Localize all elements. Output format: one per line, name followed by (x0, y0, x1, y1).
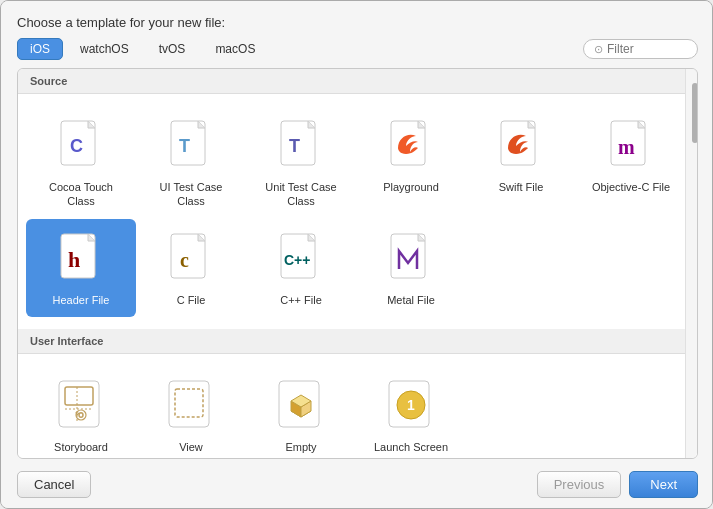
unit-test-label: Unit Test CaseClass (265, 180, 336, 209)
item-objc-file[interactable]: m Objective-C File (576, 106, 686, 219)
item-header-file[interactable]: h Header File (26, 219, 136, 317)
unit-test-icon: T (275, 116, 327, 174)
svg-text:1: 1 (407, 397, 415, 413)
item-c-file[interactable]: c C File (136, 219, 246, 317)
tab-bar: iOS watchOS tvOS macOS ⊙ (1, 38, 713, 68)
metal-file-label: Metal File (387, 293, 435, 307)
tab-watchos[interactable]: watchOS (67, 38, 142, 60)
view-label: View (179, 440, 203, 454)
c-file-icon: c (165, 229, 217, 287)
item-launch-screen[interactable]: 1 Launch Screen (356, 366, 466, 459)
ui-items-grid: Storyboard View (18, 354, 697, 459)
c-file-label: C File (177, 293, 206, 307)
item-ui-test[interactable]: T UI Test CaseClass (136, 106, 246, 219)
launch-screen-label: Launch Screen (374, 440, 448, 454)
svg-text:m: m (618, 136, 635, 158)
item-cpp-file[interactable]: C++ C++ File (246, 219, 356, 317)
tab-tvos[interactable]: tvOS (146, 38, 199, 60)
empty-icon (275, 376, 327, 434)
playground-icon (385, 116, 437, 174)
ui-section-header: User Interface (18, 329, 697, 354)
storyboard-label: Storyboard (54, 440, 108, 454)
filter-input[interactable] (607, 42, 687, 56)
item-metal-file[interactable]: Metal File (356, 219, 466, 317)
footer: Cancel Previous Next (1, 459, 713, 509)
objc-file-icon: m (605, 116, 657, 174)
empty-label: Empty (285, 440, 316, 454)
swift-file-icon (495, 116, 547, 174)
scrollbar-thumb[interactable] (692, 83, 698, 143)
source-section-header: Source (18, 69, 697, 94)
svg-text:h: h (68, 247, 80, 272)
metal-file-icon (385, 229, 437, 287)
launch-screen-icon: 1 (385, 376, 437, 434)
content-area: Source C Cocoa TouchClass (17, 68, 698, 459)
item-unit-test[interactable]: T Unit Test CaseClass (246, 106, 356, 219)
filter-icon: ⊙ (594, 43, 603, 56)
item-cocoa-touch[interactable]: C Cocoa TouchClass (26, 106, 136, 219)
filter-box[interactable]: ⊙ (583, 39, 698, 59)
svg-text:T: T (289, 136, 300, 156)
source-items-grid: C Cocoa TouchClass T UI Test CaseClass (18, 94, 697, 329)
cpp-file-label: C++ File (280, 293, 322, 307)
tab-ios[interactable]: iOS (17, 38, 63, 60)
scrollbar-track[interactable] (685, 69, 697, 458)
item-swift-file[interactable]: Swift File (466, 106, 576, 219)
item-view[interactable]: View (136, 366, 246, 459)
cancel-button[interactable]: Cancel (17, 471, 91, 498)
view-icon (165, 376, 217, 434)
item-empty[interactable]: Empty (246, 366, 356, 459)
dialog: Choose a template for your new file: iOS… (1, 1, 713, 509)
ui-test-icon: T (165, 116, 217, 174)
dialog-title: Choose a template for your new file: (1, 1, 713, 38)
cocoa-touch-icon: C (55, 116, 107, 174)
svg-text:C++: C++ (284, 252, 310, 268)
header-file-label: Header File (53, 293, 110, 307)
header-file-icon: h (55, 229, 107, 287)
swift-file-label: Swift File (499, 180, 544, 194)
item-storyboard[interactable]: Storyboard (26, 366, 136, 459)
playground-label: Playground (383, 180, 439, 194)
ui-test-label: UI Test CaseClass (160, 180, 223, 209)
storyboard-icon (55, 376, 107, 434)
svg-text:c: c (180, 249, 189, 271)
svg-text:T: T (179, 136, 190, 156)
cpp-file-icon: C++ (275, 229, 327, 287)
svg-text:C: C (70, 136, 83, 156)
next-button[interactable]: Next (629, 471, 698, 498)
cocoa-touch-label: Cocoa TouchClass (49, 180, 113, 209)
tab-macos[interactable]: macOS (202, 38, 268, 60)
previous-button[interactable]: Previous (537, 471, 622, 498)
item-playground[interactable]: Playground (356, 106, 466, 219)
objc-file-label: Objective-C File (592, 180, 670, 194)
